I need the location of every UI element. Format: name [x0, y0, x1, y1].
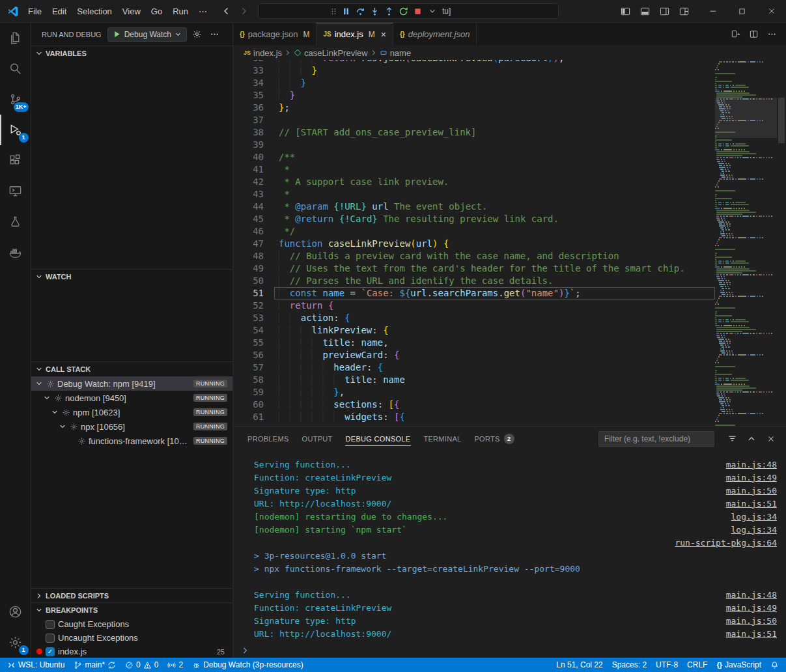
status-remote[interactable]: WSL: Ubuntu [3, 658, 69, 672]
line-number[interactable]: 44 [233, 201, 264, 213]
breakpoint-row[interactable]: ✓index.js25 [31, 645, 232, 658]
code-text[interactable]: header: { [274, 361, 715, 374]
menu-edit[interactable]: Edit [47, 7, 72, 16]
line-number[interactable]: 40 [233, 151, 264, 163]
customize-layout-icon[interactable] [675, 3, 693, 20]
line-number[interactable]: 32 [233, 60, 264, 64]
close-tab-icon[interactable]: × [381, 29, 386, 40]
line-number[interactable]: 52 [233, 300, 264, 312]
activity-accounts[interactable] [0, 596, 31, 627]
panel-tab-debug-console[interactable]: DEBUG CONSOLE [339, 427, 417, 450]
code-text[interactable]: // [START add_ons_case_preview_link] [274, 126, 715, 139]
code-text[interactable]: } [274, 77, 715, 89]
panel-tab-problems[interactable]: PROBLEMS [241, 427, 296, 450]
source-link[interactable]: main.js:49 [713, 603, 777, 613]
source-link[interactable]: log.js:34 [718, 525, 777, 535]
tab-package.json[interactable]: {}package.jsonM [233, 23, 316, 46]
code-text[interactable]: } [274, 89, 715, 102]
line-number[interactable]: 55 [233, 337, 264, 349]
activity-docker[interactable] [0, 237, 31, 268]
source-link[interactable]: log.js:34 [718, 512, 777, 522]
breadcrumb-index.js[interactable]: JSindex.js [244, 48, 282, 58]
code-text[interactable]: // Builds a preview card with the case n… [274, 250, 715, 262]
call-stack-session[interactable]: nodemon [9450]RUNNING [31, 391, 232, 405]
code-text[interactable]: previewCard: { [274, 349, 715, 361]
line-number[interactable]: 56 [233, 349, 264, 361]
activity-explorer[interactable] [0, 23, 31, 53]
code-text[interactable]: * [274, 188, 715, 201]
line-number[interactable]: 43 [233, 188, 264, 201]
maximize-button[interactable] [727, 0, 757, 23]
code-text[interactable]: title: name, [274, 337, 715, 349]
code-text[interactable]: widgets: [{ [274, 411, 715, 423]
line-number[interactable]: 49 [233, 262, 264, 275]
loaded-scripts-section-header[interactable]: LOADED SCRIPTS [31, 589, 232, 602]
line-number[interactable]: 47 [233, 238, 264, 250]
code-text[interactable]: }, [274, 386, 715, 399]
status-cursor-position[interactable]: Ln 51, Col 22 [552, 658, 607, 672]
console-options-icon[interactable] [725, 432, 739, 446]
debug-session-dropdown-icon[interactable] [425, 4, 439, 18]
split-editor-icon[interactable] [746, 27, 761, 42]
source-link[interactable]: main.js:48 [713, 460, 777, 469]
breakpoint-row[interactable]: Caught Exceptions [31, 617, 232, 631]
source-link[interactable]: run-script-pkg.js:64 [662, 538, 777, 548]
code-text[interactable]: * [274, 163, 715, 176]
code-text[interactable]: sections: [{ [274, 399, 715, 411]
breakpoint-checkbox[interactable]: ✓ [46, 647, 55, 656]
toggle-panel-icon[interactable] [636, 3, 654, 20]
code-text[interactable]: title: name [274, 374, 715, 386]
start-debug-icon[interactable] [113, 30, 121, 38]
menu-file[interactable]: File [23, 7, 47, 16]
step-over-button[interactable] [354, 4, 367, 18]
pause-button[interactable] [339, 4, 353, 18]
code-text[interactable]: // Parses the URL and identify the case … [274, 275, 715, 287]
activity-testing[interactable] [0, 206, 31, 237]
code-editor[interactable]: 32 return res.json(caseLinkPreview(parse… [233, 60, 786, 427]
scrollbar-thumb[interactable] [778, 98, 785, 143]
call-stack-session[interactable]: npx [10656]RUNNING [31, 419, 232, 434]
line-number[interactable]: 33 [233, 64, 264, 77]
breadcrumb-name[interactable]: name [380, 48, 412, 58]
open-changes-icon[interactable] [727, 27, 743, 42]
panel-tab-ports[interactable]: PORTS2 [468, 427, 520, 450]
line-number[interactable]: 50 [233, 275, 264, 287]
source-link[interactable]: main.js:50 [713, 616, 777, 626]
source-link[interactable]: main.js:48 [713, 590, 777, 600]
code-text[interactable]: }; [274, 102, 715, 114]
code-text[interactable]: return { [274, 300, 715, 312]
step-into-button[interactable] [368, 4, 382, 18]
menu-view[interactable]: View [117, 7, 146, 16]
status-indentation[interactable]: Spaces: 2 [608, 658, 651, 672]
panel-tab-terminal[interactable]: TERMINAL [417, 427, 468, 450]
tab-index.js[interactable]: JSindex.jsM× [316, 23, 393, 46]
minimap-slider[interactable] [715, 98, 777, 138]
activity-settings[interactable]: 1 [0, 627, 31, 658]
line-number[interactable]: 37 [233, 114, 264, 126]
line-number[interactable]: 42 [233, 176, 264, 188]
source-link[interactable]: main.js:51 [713, 629, 777, 639]
views-more-icon[interactable] [208, 27, 222, 42]
breadcrumb-caseLinkPreview[interactable]: caseLinkPreview [294, 48, 368, 58]
activity-search[interactable] [0, 53, 31, 84]
activity-run-debug[interactable]: 1 [0, 115, 31, 145]
status-ports[interactable]: 2 [163, 658, 188, 672]
line-number[interactable]: 36 [233, 102, 264, 114]
status-branch[interactable]: main* [69, 658, 120, 672]
toggle-sidebar-icon[interactable] [616, 3, 634, 20]
debug-console-input[interactable] [233, 643, 786, 658]
forward-button[interactable] [237, 4, 251, 18]
command-center[interactable]: tu] [258, 3, 559, 19]
line-number[interactable]: 45 [233, 213, 264, 225]
back-button[interactable] [219, 4, 233, 18]
line-number[interactable]: 38 [233, 126, 264, 139]
code-text[interactable]: } [274, 64, 715, 77]
line-number[interactable]: 61 [233, 411, 264, 423]
status-debug-session[interactable]: Debug Watch (3p-resources) [188, 658, 308, 672]
close-window-button[interactable] [757, 0, 786, 23]
activity-extensions[interactable] [0, 145, 31, 176]
minimize-button[interactable] [698, 0, 727, 23]
breakpoints-section-header[interactable]: BREAKPOINTS [31, 603, 232, 617]
line-number[interactable]: 57 [233, 361, 264, 374]
status-eol[interactable]: CRLF [682, 658, 712, 672]
